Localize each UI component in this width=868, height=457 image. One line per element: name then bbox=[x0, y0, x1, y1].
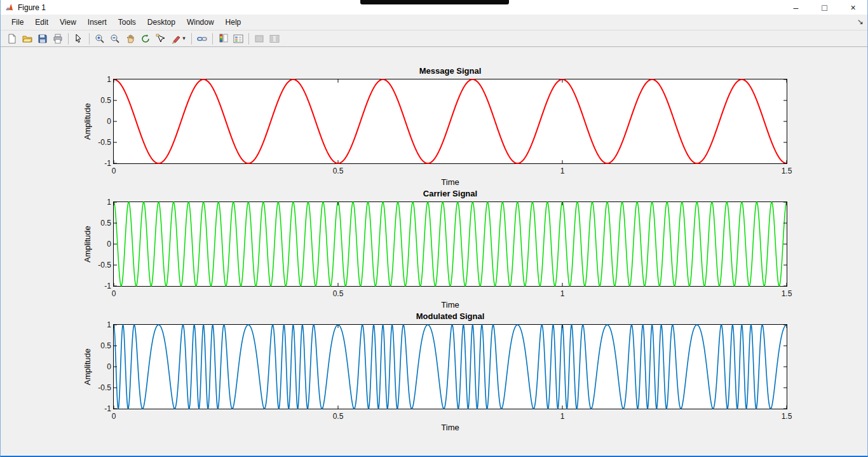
save-floppy-icon bbox=[37, 34, 48, 44]
link-chain-icon bbox=[197, 34, 207, 44]
plot-axes[interactable] bbox=[113, 79, 787, 164]
dropdown-caret-icon: ▾ bbox=[182, 36, 186, 41]
x-axis-label: Time bbox=[114, 423, 787, 432]
plot-title: Modulated Signal bbox=[114, 311, 787, 321]
new-document-icon bbox=[7, 34, 17, 44]
open-folder-icon bbox=[22, 34, 32, 44]
print-figure-button[interactable] bbox=[50, 32, 65, 46]
menu-bar: File Edit View Insert Tools Desktop Wind… bbox=[1, 15, 867, 30]
plot-axes[interactable] bbox=[113, 201, 787, 287]
x-tick-label: 0.5 bbox=[322, 289, 354, 298]
x-tick-label: 1.5 bbox=[771, 412, 803, 421]
zoom-out-button[interactable] bbox=[107, 32, 123, 46]
close-button[interactable]: × bbox=[839, 0, 867, 15]
edit-plot-button[interactable] bbox=[71, 32, 86, 46]
y-tick-label: 0 bbox=[83, 362, 111, 371]
window-title: Figure 1 bbox=[18, 3, 46, 12]
menu-file[interactable]: File bbox=[6, 15, 29, 29]
printer-icon bbox=[53, 34, 63, 44]
dock-figure-icon[interactable]: ↘ bbox=[857, 17, 864, 26]
toolbar-separator bbox=[68, 33, 69, 44]
modulated-signal-plot: Modulated Signal Amplitude Time 00.511.5… bbox=[1, 308, 867, 432]
rotate-3d-button[interactable] bbox=[138, 32, 153, 46]
menu-view[interactable]: View bbox=[54, 15, 82, 29]
data-cursor-button[interactable] bbox=[153, 32, 168, 46]
x-tick-label: 1 bbox=[546, 289, 578, 298]
y-tick-label: 1 bbox=[83, 320, 111, 329]
link-plot-button[interactable] bbox=[194, 32, 210, 46]
title-bar: Figure 1 – □ × bbox=[1, 0, 867, 15]
y-tick-label: 0 bbox=[83, 240, 111, 249]
pan-button[interactable] bbox=[123, 32, 138, 46]
zoom-out-icon bbox=[110, 34, 120, 44]
y-tick-label: -0.5 bbox=[83, 261, 111, 269]
x-tick-label: 0 bbox=[98, 412, 130, 421]
show-plot-tools-button[interactable] bbox=[267, 32, 282, 46]
window-controls: – □ × bbox=[782, 0, 867, 15]
figure-canvas: Message Signal Amplitude Time 00.511.5-1… bbox=[1, 47, 867, 454]
y-tick-label: -1 bbox=[83, 282, 111, 290]
y-tick-label: -0.5 bbox=[83, 138, 111, 147]
pointer-arrow-icon bbox=[74, 34, 84, 44]
plot-axes[interactable] bbox=[113, 324, 787, 409]
toolbar-separator bbox=[248, 33, 249, 44]
matlab-logo-icon bbox=[5, 3, 15, 12]
x-tick-label: 1.5 bbox=[771, 289, 803, 298]
menu-window[interactable]: Window bbox=[181, 15, 220, 29]
x-tick-label: 0 bbox=[98, 167, 130, 175]
figure-toolbar: ▾ bbox=[1, 30, 867, 47]
zoom-in-button[interactable] bbox=[92, 32, 107, 46]
y-tick-label: -0.5 bbox=[83, 383, 111, 392]
zoom-in-icon bbox=[95, 34, 105, 44]
data-cursor-icon bbox=[156, 34, 166, 44]
plot-title: Carrier Signal bbox=[114, 189, 787, 198]
show-plot-tools-icon bbox=[269, 34, 280, 44]
figure-window: Figure 1 – □ × File Edit View Insert Too… bbox=[0, 0, 868, 457]
insert-legend-button[interactable] bbox=[231, 32, 246, 46]
minimize-button[interactable]: – bbox=[782, 0, 810, 15]
new-figure-button[interactable] bbox=[4, 32, 20, 46]
menu-help[interactable]: Help bbox=[220, 15, 247, 29]
x-tick-label: 0.5 bbox=[322, 412, 354, 421]
insert-colorbar-button[interactable] bbox=[215, 32, 231, 46]
toolbar-separator bbox=[212, 33, 213, 44]
menu-insert[interactable]: Insert bbox=[82, 15, 112, 29]
hand-icon bbox=[125, 34, 135, 44]
menu-desktop[interactable]: Desktop bbox=[142, 15, 181, 29]
y-tick-label: 0 bbox=[83, 117, 111, 126]
message-signal-plot: Message Signal Amplitude Time 00.511.5-1… bbox=[1, 63, 867, 187]
y-tick-label: 1 bbox=[83, 75, 111, 84]
y-tick-label: 1 bbox=[83, 198, 111, 207]
carrier-signal-plot: Carrier Signal Amplitude Time 00.511.5-1… bbox=[1, 186, 867, 310]
hide-plot-tools-icon bbox=[254, 34, 264, 44]
y-tick-label: -1 bbox=[83, 159, 111, 168]
open-file-button[interactable] bbox=[20, 32, 35, 46]
save-figure-button[interactable] bbox=[35, 32, 50, 46]
screen-overlay-artifact bbox=[360, 0, 509, 4]
x-tick-label: 1 bbox=[546, 412, 578, 421]
toolbar-separator bbox=[191, 33, 192, 44]
menu-tools[interactable]: Tools bbox=[112, 15, 142, 29]
rotate-3d-icon bbox=[140, 34, 151, 44]
plot-title: Message Signal bbox=[114, 66, 787, 76]
menu-edit[interactable]: Edit bbox=[29, 15, 54, 29]
toolbar-separator bbox=[89, 33, 90, 44]
y-tick-label: 0.5 bbox=[83, 341, 111, 350]
colorbar-icon bbox=[218, 34, 228, 44]
x-tick-label: 1 bbox=[546, 167, 578, 175]
x-tick-label: 1.5 bbox=[771, 167, 803, 175]
x-tick-label: 0.5 bbox=[322, 167, 354, 175]
brush-icon bbox=[172, 34, 182, 44]
x-tick-label: 0 bbox=[98, 289, 130, 298]
legend-icon bbox=[233, 34, 243, 44]
brush-data-button[interactable]: ▾ bbox=[168, 32, 189, 46]
y-tick-label: 0.5 bbox=[83, 96, 111, 105]
hide-plot-tools-button[interactable] bbox=[252, 32, 267, 46]
y-tick-label: 0.5 bbox=[83, 219, 111, 228]
y-tick-label: -1 bbox=[83, 404, 111, 413]
maximize-button[interactable]: □ bbox=[810, 0, 839, 15]
